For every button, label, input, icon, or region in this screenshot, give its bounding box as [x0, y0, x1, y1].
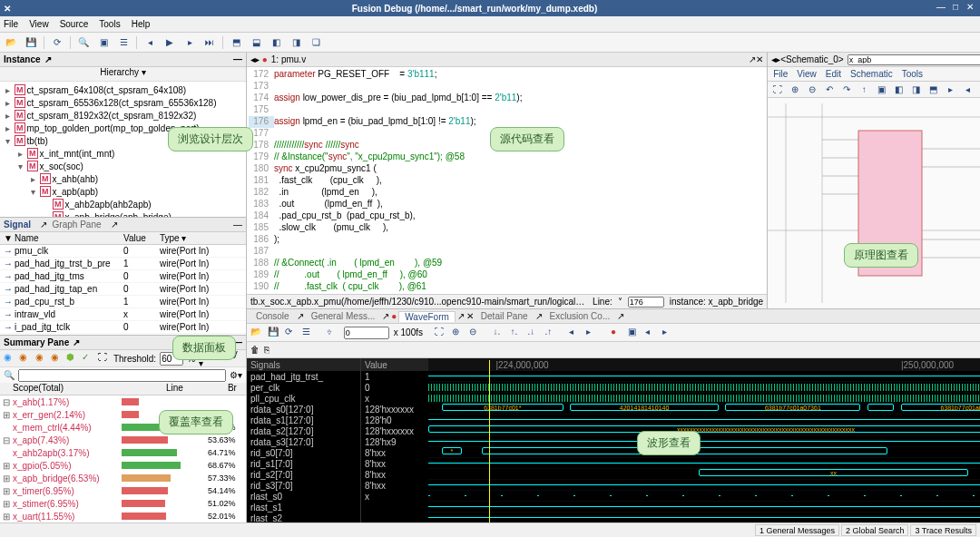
wave-signal-name[interactable]: rdata_s0[127:0]: [247, 404, 360, 415]
tab-close-icon[interactable]: ✕: [466, 311, 474, 321]
signal-row[interactable]: →pad_had_jtg_tap_en0wire(Port In): [0, 283, 246, 296]
schem-tool-icon[interactable]: ⬒: [926, 83, 939, 96]
status-trace-results[interactable]: 3 Trace Results: [910, 524, 976, 536]
popout-icon[interactable]: ↗: [457, 311, 465, 321]
code-line[interactable]: 186);: [249, 234, 765, 246]
wave-row[interactable]: 6381b77c01*420141814101406381b77c01a0736…: [428, 404, 980, 415]
zoom-out-icon[interactable]: ⊖: [469, 327, 482, 339]
wave-row[interactable]: [428, 491, 980, 502]
code-line[interactable]: 184 .pad_cpu_rst_b (pad_cpu_rst_b),: [249, 210, 765, 222]
popout-icon[interactable]: ↗: [44, 54, 52, 64]
schematic-canvas[interactable]: [768, 98, 980, 308]
col-value[interactable]: Value: [120, 233, 156, 243]
wave-signal-name[interactable]: rid_s3[7:0]: [247, 480, 360, 491]
sum-tool6-icon[interactable]: ✓: [82, 352, 93, 365]
wave-canvas[interactable]: |224,000,000|250,000,000 6381b77c01*4201…: [428, 358, 980, 522]
cursor-line[interactable]: [489, 360, 490, 522]
step-icon[interactable]: ⏭: [202, 35, 217, 50]
signal-row[interactable]: →i_pad_jtg_tclk0wire(Port In): [0, 321, 246, 334]
code-line[interactable]: 182 .in (lpmd_en ),: [249, 187, 765, 199]
wave-row[interactable]: [428, 480, 980, 491]
zoom-fit-icon[interactable]: ⛶: [435, 327, 447, 339]
marker-icon[interactable]: .↓: [528, 327, 541, 339]
close-icon[interactable]: —: [233, 54, 242, 64]
tab-console[interactable]: Console: [250, 311, 295, 321]
tab-detail[interactable]: Detail Pane: [475, 311, 534, 321]
popout-icon[interactable]: ↗: [749, 54, 756, 64]
wave-row[interactable]: [428, 513, 980, 522]
summary-row[interactable]: ⊞x_gpio(5.05%)68.67%: [0, 459, 246, 472]
extra1-icon[interactable]: ⬒: [229, 35, 243, 50]
popout-icon[interactable]: ↗: [40, 220, 47, 229]
wave-row[interactable]: xxxxxxxxxxxxxxxxxxxxxxxxxxxxxxxxxxxxxxxx…: [428, 425, 980, 436]
popout-icon[interactable]: ↗: [297, 311, 304, 321]
hierarchy-header[interactable]: Hierarchy ▾: [0, 67, 246, 82]
wave-signal-name[interactable]: pad_had_jtg_trst_: [247, 371, 360, 382]
wave-row[interactable]: [428, 415, 980, 425]
summary-row[interactable]: ⊟x_ahb(1.17%): [0, 395, 246, 408]
schem-menu-edit[interactable]: Edit: [826, 69, 841, 79]
close-button[interactable]: ✕: [964, 2, 976, 15]
wave-open-icon[interactable]: 📂: [250, 327, 263, 339]
code-line[interactable]: 173: [249, 81, 765, 93]
wave-signal-name[interactable]: rid_s1[7:0]: [247, 458, 360, 469]
summary-row[interactable]: ⊟x_apb(7.43%)53.63%: [0, 434, 246, 446]
wave-signal-name[interactable]: rid_s0[7:0]: [247, 447, 360, 458]
extra2-icon[interactable]: ⬓: [249, 35, 263, 50]
schem-menu-file[interactable]: File: [773, 69, 788, 79]
schematic-tab[interactable]: <Schematic_0>: [780, 54, 844, 64]
sum-tool5-icon[interactable]: ⬢: [66, 352, 78, 365]
wave-signal-values[interactable]: Value 10x128'hxxxxxx128'h0128'hxxxxxx128…: [360, 358, 428, 522]
summary-row[interactable]: ⊞x_apb_bridge(6.53%)57.33%: [0, 472, 246, 484]
tab-signal[interactable]: Signal: [4, 220, 31, 229]
find-icon[interactable]: 🔍: [76, 35, 91, 50]
marker-icon[interactable]: .↑: [545, 327, 558, 339]
minimize-button[interactable]: —: [935, 2, 947, 15]
copy-icon[interactable]: ⎘: [264, 345, 270, 355]
wave-signal-name[interactable]: per_clk: [247, 382, 360, 393]
marker-icon[interactable]: ↑.: [511, 327, 524, 339]
schem-menu-schematic[interactable]: Schematic: [850, 69, 893, 79]
tree-row[interactable]: ▸Mx_ahb(ahb): [2, 172, 244, 185]
signal-row[interactable]: →pmu_clk0wire(Port In): [0, 245, 246, 258]
sum-tool3-icon[interactable]: ◉: [35, 352, 47, 365]
code-line[interactable]: 189// .out ( lpmd_en_ff ), @60: [249, 269, 765, 281]
popout-icon[interactable]: ↗: [111, 220, 118, 229]
summary-table[interactable]: Scope(Total) Line Br ⊟x_ahb(1.17%)⊞x_err…: [0, 383, 246, 522]
sum-tool7-icon[interactable]: ⛶: [98, 352, 110, 365]
wave-signal-name[interactable]: rdata_s2[127:0]: [247, 425, 360, 436]
sum-tool4-icon[interactable]: ◉: [51, 352, 63, 365]
extra4-icon[interactable]: ◨: [289, 35, 303, 50]
code-line[interactable]: 187: [249, 246, 765, 258]
code-editor[interactable]: 172parameter PG_RESET_OFF = 3'b111;17317…: [247, 67, 767, 294]
menu-tools[interactable]: Tools: [99, 19, 120, 29]
time-input[interactable]: [344, 327, 389, 339]
wave-signal-name[interactable]: rlast_s0: [247, 491, 360, 502]
wave-signal-name[interactable]: rid_s2[7:0]: [247, 469, 360, 480]
summary-search-input[interactable]: [18, 369, 226, 382]
wave-tool-icon[interactable]: ▸: [662, 327, 675, 339]
col-line[interactable]: Line: [122, 383, 228, 395]
menu-help[interactable]: Help: [132, 19, 151, 29]
wave-tool-icon[interactable]: ☰: [302, 327, 315, 339]
popout-icon[interactable]: ↗: [617, 311, 624, 321]
tab-exclusion[interactable]: Exclusion Co...: [544, 311, 616, 321]
wave-row[interactable]: [428, 393, 980, 404]
undo-icon[interactable]: ↶: [823, 83, 836, 96]
tab-waveform[interactable]: WaveForm: [398, 311, 456, 322]
wave-signal-name[interactable]: rdata_s3[127:0]: [247, 436, 360, 447]
back-icon[interactable]: ◂: [142, 35, 157, 50]
tool2-icon[interactable]: ☰: [116, 35, 131, 50]
status-global-search[interactable]: 2 Global Search: [841, 524, 909, 536]
tool1-icon[interactable]: ▣: [96, 35, 111, 50]
sum-tool1-icon[interactable]: ◉: [4, 352, 15, 365]
status-general-messages[interactable]: 1 General Messages: [755, 524, 839, 536]
filter-icon[interactable]: ▼: [0, 233, 11, 243]
wave-save-icon[interactable]: 💾: [268, 327, 280, 339]
search-icon[interactable]: 🔍: [4, 370, 15, 380]
code-tab-label[interactable]: 1: pmu.v: [271, 54, 306, 64]
schem-tool-icon[interactable]: ◨: [909, 83, 922, 96]
popout-icon[interactable]: ↗: [73, 337, 80, 347]
zoom-in-icon[interactable]: ⊕: [789, 83, 801, 96]
wave-tool-icon[interactable]: ◂: [645, 327, 658, 339]
